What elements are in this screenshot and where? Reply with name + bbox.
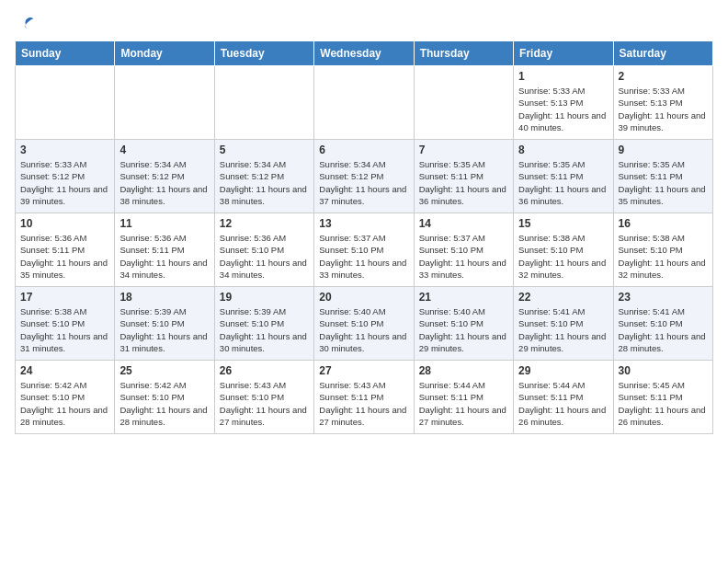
day-info: Sunrise: 5:45 AM Sunset: 5:11 PM Dayligh…: [619, 379, 708, 428]
calendar-week-row: 10Sunrise: 5:36 AM Sunset: 5:11 PM Dayli…: [16, 213, 713, 287]
calendar-cell: 7Sunrise: 5:35 AM Sunset: 5:11 PM Daylig…: [414, 140, 513, 213]
day-number: 12: [220, 217, 309, 230]
weekday-header-cell: Wednesday: [314, 41, 414, 66]
day-number: 29: [518, 364, 608, 377]
day-number: 6: [319, 144, 408, 156]
day-number: 2: [619, 70, 708, 83]
day-number: 30: [619, 364, 708, 377]
calendar-cell: 28Sunrise: 5:44 AM Sunset: 5:11 PM Dayli…: [414, 361, 513, 434]
day-info: Sunrise: 5:34 AM Sunset: 5:12 PM Dayligh…: [319, 158, 408, 207]
calendar-cell: [115, 66, 214, 140]
day-number: 11: [119, 217, 209, 230]
calendar-cell: 11Sunrise: 5:36 AM Sunset: 5:11 PM Dayli…: [115, 213, 214, 287]
calendar-week-row: 17Sunrise: 5:38 AM Sunset: 5:10 PM Dayli…: [16, 287, 713, 361]
calendar-cell: 15Sunrise: 5:38 AM Sunset: 5:10 PM Dayli…: [514, 213, 613, 287]
weekday-header-cell: Friday: [514, 41, 613, 66]
day-info: Sunrise: 5:41 AM Sunset: 5:10 PM Dayligh…: [518, 305, 608, 354]
day-info: Sunrise: 5:37 AM Sunset: 5:10 PM Dayligh…: [419, 232, 508, 281]
day-number: 14: [419, 217, 508, 230]
calendar-cell: 8Sunrise: 5:35 AM Sunset: 5:11 PM Daylig…: [514, 140, 613, 213]
calendar-cell: 9Sunrise: 5:35 AM Sunset: 5:11 PM Daylig…: [613, 140, 712, 213]
weekday-header-row: SundayMondayTuesdayWednesdayThursdayFrid…: [16, 41, 713, 66]
day-info: Sunrise: 5:42 AM Sunset: 5:10 PM Dayligh…: [119, 379, 209, 428]
calendar-cell: [16, 66, 115, 140]
day-info: Sunrise: 5:36 AM Sunset: 5:11 PM Dayligh…: [20, 232, 109, 281]
calendar-cell: 6Sunrise: 5:34 AM Sunset: 5:12 PM Daylig…: [314, 140, 414, 213]
day-number: 21: [419, 291, 508, 304]
day-info: Sunrise: 5:42 AM Sunset: 5:10 PM Dayligh…: [20, 379, 109, 428]
calendar-cell: 21Sunrise: 5:40 AM Sunset: 5:10 PM Dayli…: [414, 287, 513, 361]
calendar-cell: 10Sunrise: 5:36 AM Sunset: 5:11 PM Dayli…: [16, 213, 115, 287]
day-info: Sunrise: 5:44 AM Sunset: 5:11 PM Dayligh…: [419, 379, 508, 428]
day-info: Sunrise: 5:43 AM Sunset: 5:10 PM Dayligh…: [220, 379, 309, 428]
calendar-cell: 26Sunrise: 5:43 AM Sunset: 5:10 PM Dayli…: [214, 361, 313, 434]
calendar-cell: [214, 66, 313, 140]
day-number: 22: [518, 291, 608, 304]
calendar-cell: 30Sunrise: 5:45 AM Sunset: 5:11 PM Dayli…: [613, 361, 712, 434]
weekday-header-cell: Thursday: [414, 41, 513, 66]
calendar-cell: [314, 66, 414, 140]
calendar-cell: 2Sunrise: 5:33 AM Sunset: 5:13 PM Daylig…: [613, 66, 712, 140]
day-info: Sunrise: 5:40 AM Sunset: 5:10 PM Dayligh…: [319, 305, 408, 354]
calendar-cell: 29Sunrise: 5:44 AM Sunset: 5:11 PM Dayli…: [514, 361, 613, 434]
logo-bird-icon: [17, 15, 35, 33]
day-number: 20: [319, 291, 408, 304]
day-number: 10: [20, 217, 109, 230]
day-info: Sunrise: 5:40 AM Sunset: 5:10 PM Dayligh…: [419, 305, 508, 354]
calendar-cell: 25Sunrise: 5:42 AM Sunset: 5:10 PM Dayli…: [115, 361, 214, 434]
day-number: 28: [419, 364, 508, 377]
calendar-cell: [414, 66, 513, 140]
calendar-cell: 12Sunrise: 5:36 AM Sunset: 5:10 PM Dayli…: [214, 213, 313, 287]
day-number: 18: [119, 291, 209, 304]
calendar-cell: 23Sunrise: 5:41 AM Sunset: 5:10 PM Dayli…: [613, 287, 712, 361]
calendar-cell: 1Sunrise: 5:33 AM Sunset: 5:13 PM Daylig…: [514, 66, 613, 140]
day-number: 15: [518, 217, 608, 230]
day-info: Sunrise: 5:35 AM Sunset: 5:11 PM Dayligh…: [619, 158, 708, 207]
day-info: Sunrise: 5:34 AM Sunset: 5:12 PM Dayligh…: [220, 158, 309, 207]
calendar-cell: 16Sunrise: 5:38 AM Sunset: 5:10 PM Dayli…: [613, 213, 712, 287]
day-info: Sunrise: 5:43 AM Sunset: 5:11 PM Dayligh…: [319, 379, 408, 428]
day-number: 1: [518, 70, 608, 83]
day-number: 17: [20, 291, 109, 304]
calendar-cell: 17Sunrise: 5:38 AM Sunset: 5:10 PM Dayli…: [16, 287, 115, 361]
calendar-cell: 13Sunrise: 5:37 AM Sunset: 5:10 PM Dayli…: [314, 213, 414, 287]
day-info: Sunrise: 5:38 AM Sunset: 5:10 PM Dayligh…: [20, 305, 109, 354]
day-info: Sunrise: 5:41 AM Sunset: 5:10 PM Dayligh…: [619, 305, 708, 354]
day-number: 27: [319, 364, 408, 377]
weekday-header-cell: Monday: [115, 41, 214, 66]
calendar-cell: 3Sunrise: 5:33 AM Sunset: 5:12 PM Daylig…: [16, 140, 115, 213]
day-info: Sunrise: 5:44 AM Sunset: 5:11 PM Dayligh…: [518, 379, 608, 428]
page-header: [15, 15, 713, 33]
weekday-header-cell: Tuesday: [214, 41, 313, 66]
day-info: Sunrise: 5:36 AM Sunset: 5:10 PM Dayligh…: [220, 232, 309, 281]
day-info: Sunrise: 5:35 AM Sunset: 5:11 PM Dayligh…: [518, 158, 608, 207]
calendar-week-row: 24Sunrise: 5:42 AM Sunset: 5:10 PM Dayli…: [16, 361, 713, 434]
day-info: Sunrise: 5:37 AM Sunset: 5:10 PM Dayligh…: [319, 232, 408, 281]
day-info: Sunrise: 5:33 AM Sunset: 5:12 PM Dayligh…: [20, 158, 109, 207]
day-number: 4: [119, 144, 209, 156]
day-number: 5: [220, 144, 309, 156]
day-number: 9: [619, 144, 708, 156]
day-number: 8: [518, 144, 608, 156]
day-number: 7: [419, 144, 508, 156]
day-number: 24: [20, 364, 109, 377]
calendar-cell: 4Sunrise: 5:34 AM Sunset: 5:12 PM Daylig…: [115, 140, 214, 213]
day-info: Sunrise: 5:38 AM Sunset: 5:10 PM Dayligh…: [518, 232, 608, 281]
day-info: Sunrise: 5:34 AM Sunset: 5:12 PM Dayligh…: [119, 158, 209, 207]
calendar-cell: 5Sunrise: 5:34 AM Sunset: 5:12 PM Daylig…: [214, 140, 313, 213]
day-number: 19: [220, 291, 309, 304]
calendar-cell: 22Sunrise: 5:41 AM Sunset: 5:10 PM Dayli…: [514, 287, 613, 361]
calendar-table: SundayMondayTuesdayWednesdayThursdayFrid…: [15, 40, 713, 434]
weekday-header-cell: Saturday: [613, 41, 712, 66]
calendar-body: 1Sunrise: 5:33 AM Sunset: 5:13 PM Daylig…: [16, 66, 713, 434]
day-number: 23: [619, 291, 708, 304]
calendar-cell: 27Sunrise: 5:43 AM Sunset: 5:11 PM Dayli…: [314, 361, 414, 434]
calendar-cell: 24Sunrise: 5:42 AM Sunset: 5:10 PM Dayli…: [16, 361, 115, 434]
day-number: 13: [319, 217, 408, 230]
calendar-cell: 20Sunrise: 5:40 AM Sunset: 5:10 PM Dayli…: [314, 287, 414, 361]
calendar-week-row: 1Sunrise: 5:33 AM Sunset: 5:13 PM Daylig…: [16, 66, 713, 140]
calendar-week-row: 3Sunrise: 5:33 AM Sunset: 5:12 PM Daylig…: [16, 140, 713, 213]
day-info: Sunrise: 5:38 AM Sunset: 5:10 PM Dayligh…: [619, 232, 708, 281]
day-info: Sunrise: 5:33 AM Sunset: 5:13 PM Dayligh…: [619, 85, 708, 133]
logo: [15, 15, 35, 33]
